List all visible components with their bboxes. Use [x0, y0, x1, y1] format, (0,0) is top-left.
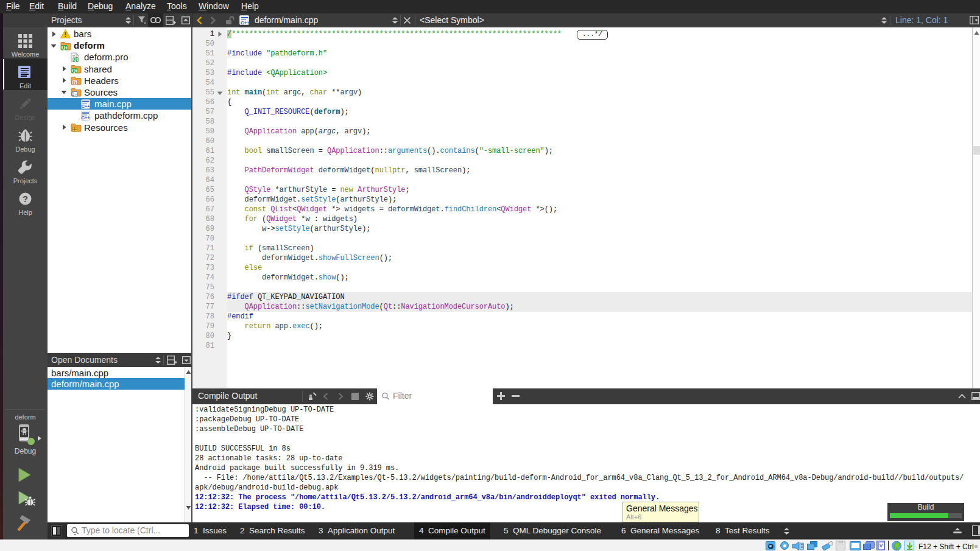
svg-text:Qt: Qt [62, 44, 68, 51]
svg-text:C++: C++ [81, 104, 90, 109]
svg-text:C++: C++ [81, 115, 90, 121]
svg-text:?: ? [23, 194, 28, 204]
svg-text:C↔: C↔ [71, 92, 79, 96]
svg-text:Qt: Qt [73, 57, 79, 62]
svg-text:Qt: Qt [72, 68, 78, 74]
svg-text:h: h [73, 80, 76, 85]
